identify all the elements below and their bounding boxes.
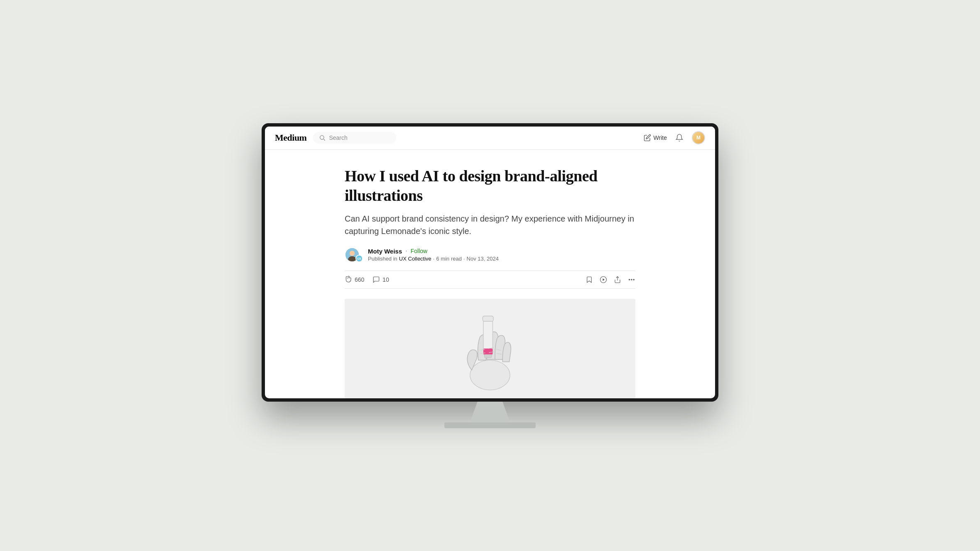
svg-rect-16	[483, 316, 493, 321]
play-icon	[600, 276, 607, 283]
svg-point-4	[348, 256, 356, 262]
share-button[interactable]	[614, 276, 621, 283]
bookmark-icon	[586, 276, 593, 283]
hero-image	[345, 299, 635, 398]
hero-illustration	[345, 299, 635, 398]
article-subtitle: Can AI support brand consistency in desi…	[345, 212, 635, 237]
search-bar[interactable]: Search	[313, 132, 396, 144]
article-title: How I used AI to design brand-aligned il…	[345, 166, 635, 206]
svg-rect-18	[484, 354, 492, 358]
clap-icon	[345, 276, 352, 283]
svg-text:UX: UX	[357, 257, 361, 260]
follow-button[interactable]: Follow	[411, 248, 427, 254]
publication-name[interactable]: UX Collective	[399, 256, 431, 262]
comment-button[interactable]: 10	[372, 276, 389, 283]
search-icon	[319, 134, 326, 141]
author-meta: Published in UX Collective · 6 min read …	[368, 256, 499, 262]
navbar: Medium Search Write	[265, 127, 715, 150]
nav-actions: Write M	[644, 131, 705, 144]
more-button[interactable]	[628, 276, 635, 283]
write-icon	[644, 134, 651, 141]
user-avatar[interactable]: M	[692, 131, 705, 144]
author-avatar-badge: UX	[355, 255, 363, 262]
published-prefix: Published in	[368, 256, 397, 262]
comment-icon	[372, 276, 380, 283]
write-label: Write	[654, 134, 667, 141]
svg-point-12	[633, 279, 634, 280]
share-icon	[614, 276, 621, 283]
action-right	[586, 276, 635, 283]
clap-count: 660	[355, 276, 364, 283]
listen-button[interactable]	[600, 276, 607, 283]
action-bar: 660 10	[345, 271, 635, 289]
author-info: Moty Weiss · Follow Published in UX Coll…	[368, 247, 499, 262]
read-time: 6 min read	[436, 256, 461, 262]
clap-button[interactable]: 660	[345, 276, 364, 283]
svg-point-14	[470, 360, 510, 390]
author-row: UX Moty Weiss · Follow Published in UX C	[345, 247, 635, 262]
svg-point-11	[631, 279, 632, 280]
more-icon	[628, 276, 635, 283]
bell-icon[interactable]	[675, 134, 684, 142]
svg-point-0	[320, 136, 324, 139]
author-name[interactable]: Moty Weiss	[368, 248, 402, 255]
search-placeholder: Search	[329, 134, 347, 141]
svg-marker-8	[603, 278, 605, 281]
svg-point-3	[350, 251, 355, 256]
write-button[interactable]: Write	[644, 134, 667, 141]
author-name-row: Moty Weiss · Follow	[368, 247, 499, 255]
article-container: How I used AI to design brand-aligned il…	[345, 150, 635, 398]
publish-date: Nov 13, 2024	[467, 256, 499, 262]
avatar-initials: M	[696, 135, 701, 141]
svg-line-1	[324, 139, 325, 140]
medium-logo[interactable]: Medium	[275, 132, 306, 143]
author-avatars: UX	[345, 247, 363, 262]
comment-count: 10	[382, 276, 389, 283]
save-button[interactable]	[586, 276, 593, 283]
action-left: 660 10	[345, 276, 586, 283]
svg-point-10	[629, 279, 630, 280]
